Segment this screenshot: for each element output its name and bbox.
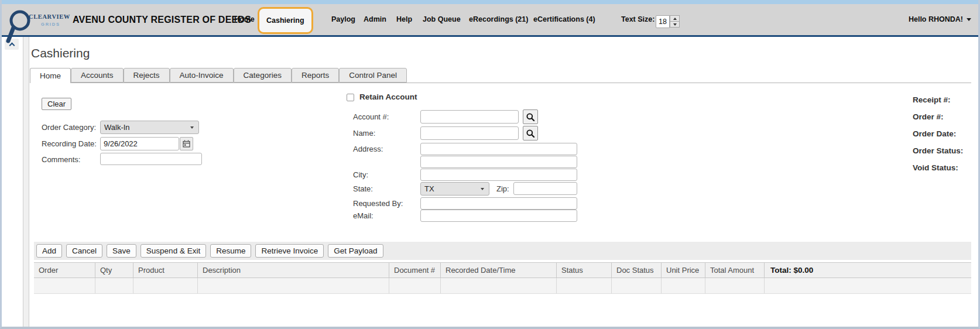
address-label: Address:: [353, 145, 383, 153]
retain-account-label: Retain Account: [359, 92, 417, 101]
nav-admin[interactable]: Admin: [364, 4, 386, 35]
grid-cell: [133, 278, 198, 293]
account-number-label: Account #:: [353, 112, 389, 121]
nav-home[interactable]: Home: [234, 4, 255, 35]
panel-splitter[interactable]: [23, 37, 29, 327]
grid-cell: [612, 278, 662, 293]
order-category-select[interactable]: Walk-In: [100, 121, 199, 134]
order-grid-header: Order Qty Product Description Document #…: [34, 262, 971, 278]
caret-down-icon: [190, 126, 194, 129]
caret-down-icon: [967, 18, 971, 21]
column-header-unit-price: Unit Price: [662, 263, 705, 277]
clearview-logo-icon: [4, 5, 39, 46]
grid-cell: [389, 278, 441, 293]
calendar-button[interactable]: [180, 137, 193, 150]
text-size-decrement-button[interactable]: [670, 21, 680, 28]
void-status-label: Void Status:: [913, 163, 958, 172]
column-header-doc-status: Doc Status: [612, 263, 662, 277]
email-input[interactable]: [420, 210, 577, 222]
order-toolbar: Add Cancel Save Suspend & Exit Resume Re…: [34, 242, 971, 260]
column-header-product: Product: [133, 263, 198, 277]
email-label: eMail:: [353, 211, 374, 220]
comments-label: Comments:: [42, 155, 80, 164]
column-header-description: Description: [198, 263, 389, 277]
zip-label: Zip:: [496, 184, 509, 193]
requested-by-input[interactable]: [420, 197, 577, 210]
nav-help[interactable]: Help: [396, 4, 412, 35]
address-line2-input[interactable]: [420, 156, 577, 168]
add-button[interactable]: Add: [36, 244, 62, 258]
text-size-label: Text Size:: [621, 4, 655, 35]
app-window: CLEARVIEW GRIDS AVENU COUNTY REGISTER OF…: [0, 0, 980, 329]
order-number-label: Order #:: [913, 112, 944, 121]
order-date-label: Order Date:: [913, 129, 956, 138]
grid-empty-row: [34, 278, 971, 294]
nav-cashiering-active[interactable]: Cashiering: [258, 7, 313, 34]
get-payload-button[interactable]: Get Payload: [328, 244, 383, 258]
column-header-order: Order: [34, 263, 95, 277]
caret-up-icon: [673, 18, 677, 20]
save-button[interactable]: Save: [107, 244, 136, 258]
grid-cell: [705, 278, 765, 293]
calendar-icon: [183, 140, 190, 148]
nav-erecordings[interactable]: eRecordings (21): [469, 4, 528, 35]
window-top-strip: [2, 0, 978, 4]
requested-by-label: Requested By:: [353, 199, 403, 208]
header-divider: [2, 35, 978, 37]
retrieve-invoice-button[interactable]: Retrieve Invoice: [255, 244, 324, 258]
name-search-button[interactable]: [523, 126, 538, 140]
order-category-value: Walk-In: [104, 123, 130, 132]
name-input[interactable]: [420, 126, 519, 140]
grid-cell: [34, 278, 95, 293]
text-size-input[interactable]: [656, 15, 670, 28]
account-number-input[interactable]: [420, 110, 519, 124]
city-label: City:: [353, 170, 368, 179]
order-status-label: Order Status:: [913, 146, 963, 155]
name-label: Name:: [353, 129, 375, 138]
logo-wordmark: CLEARVIEW: [29, 13, 70, 20]
state-label: State:: [353, 184, 373, 193]
tab-reports[interactable]: Reports: [292, 68, 339, 83]
address-line1-input[interactable]: [420, 143, 577, 155]
caret-down-icon: [481, 188, 484, 190]
search-icon: [526, 112, 535, 122]
tab-control-panel[interactable]: Control Panel: [339, 68, 407, 83]
receipt-number-label: Receipt #:: [913, 95, 951, 104]
column-header-document-number: Document #: [389, 263, 441, 277]
city-input[interactable]: [420, 169, 577, 181]
zip-input[interactable]: [513, 182, 577, 195]
tab-accounts[interactable]: Accounts: [71, 68, 124, 83]
recording-date-input[interactable]: [100, 137, 179, 150]
caret-down-icon: [673, 23, 677, 26]
suspend-exit-button[interactable]: Suspend & Exit: [141, 244, 206, 258]
nav-paylog[interactable]: Paylog: [331, 4, 355, 35]
tab-auto-invoice[interactable]: Auto-Invoice: [170, 68, 234, 83]
column-header-status: Status: [557, 263, 612, 277]
nav-ecertifications[interactable]: eCertifications (4): [533, 4, 595, 35]
tab-home[interactable]: Home: [30, 68, 71, 83]
order-category-label: Order Category:: [42, 123, 96, 132]
account-search-button[interactable]: [523, 109, 538, 124]
tab-categories[interactable]: Categories: [234, 68, 292, 83]
state-select[interactable]: TX: [420, 182, 489, 196]
grid-cell: [441, 278, 557, 293]
resume-button[interactable]: Resume: [210, 244, 251, 258]
column-header-total-amount: Total Amount: [705, 263, 765, 277]
cancel-button[interactable]: Cancel: [66, 244, 102, 258]
recording-date-label: Recording Date:: [42, 139, 97, 148]
clear-button[interactable]: Clear: [42, 98, 71, 110]
logo-subtext: GRIDS: [41, 22, 60, 27]
app-title: AVENU COUNTY REGISTER OF DEEDS: [73, 4, 251, 35]
text-size-spinner: [670, 15, 680, 28]
grid-cell: [765, 278, 971, 293]
comments-input[interactable]: [100, 153, 202, 165]
grid-cell: [557, 278, 612, 293]
search-icon: [526, 129, 535, 138]
nav-job-queue[interactable]: Job Queue: [423, 4, 461, 35]
grid-cell: [95, 278, 133, 293]
retain-account-checkbox[interactable]: [347, 94, 354, 101]
user-menu[interactable]: Hello RHONDA!: [909, 4, 971, 35]
tab-rejects[interactable]: Rejects: [124, 68, 170, 83]
tab-strip: Home Accounts Rejects Auto-Invoice Categ…: [30, 67, 971, 83]
column-header-qty: Qty: [95, 263, 133, 277]
